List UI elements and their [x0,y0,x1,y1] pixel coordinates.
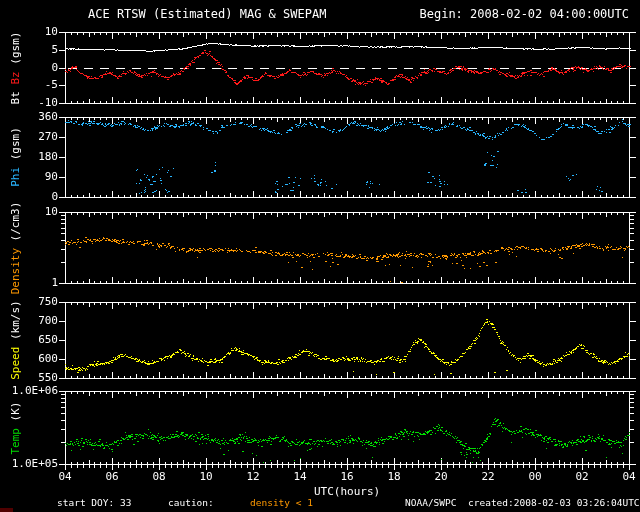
plot-title: ACE RTSW (Estimated) MAG & SWEPAM [88,7,326,21]
x-tick-label: 04 [617,471,640,483]
y-axis-label-part: (/cm3) [9,201,22,247]
x-tick-label: 04 [53,471,77,483]
y-axis-label-part: (km/s) [9,300,22,346]
begin-timestamp: Begin: 2008-02-02 04:00:00UTC [419,7,629,21]
x-tick-label: 08 [147,471,171,483]
y-axis-label-temp: Temp (K) [9,368,23,488]
x-tick-label: 18 [382,471,406,483]
y-axis-label-part: (gsm) [9,127,22,167]
y-axis-label-part: (gsm) [9,31,22,71]
y-axis-label-part: Phi [9,167,22,187]
x-tick-label: 00 [523,471,547,483]
x-tick-label: 14 [288,471,312,483]
y-axis-label-part: Temp [9,428,22,455]
x-tick-label: 16 [335,471,359,483]
footer-caution-label: caution: [168,497,214,508]
plot-canvas [0,0,640,512]
x-tick-label: 10 [194,471,218,483]
x-axis-title: UTC(hours) [314,485,380,498]
x-tick-label: 02 [570,471,594,483]
footer-start-doy: start DOY: 33 [57,497,131,508]
footer-agency: NOAA/SWPC [405,497,456,508]
x-tick-label: 06 [100,471,124,483]
ace-rtsw-plot: ACE RTSW (Estimated) MAG & SWEPAM Begin:… [0,0,640,512]
footer-caution-value: density < 1 [250,497,313,508]
y-axis-label-part: Bz [9,71,22,84]
x-tick-label: 12 [241,471,265,483]
footer-created-timestamp: created:2008-02-03 03:26:04UTC [468,497,640,508]
y-axis-label-part: (K) [9,401,22,428]
screen-artifact [0,508,13,512]
x-tick-label: 22 [476,471,500,483]
x-tick-label: 20 [429,471,453,483]
